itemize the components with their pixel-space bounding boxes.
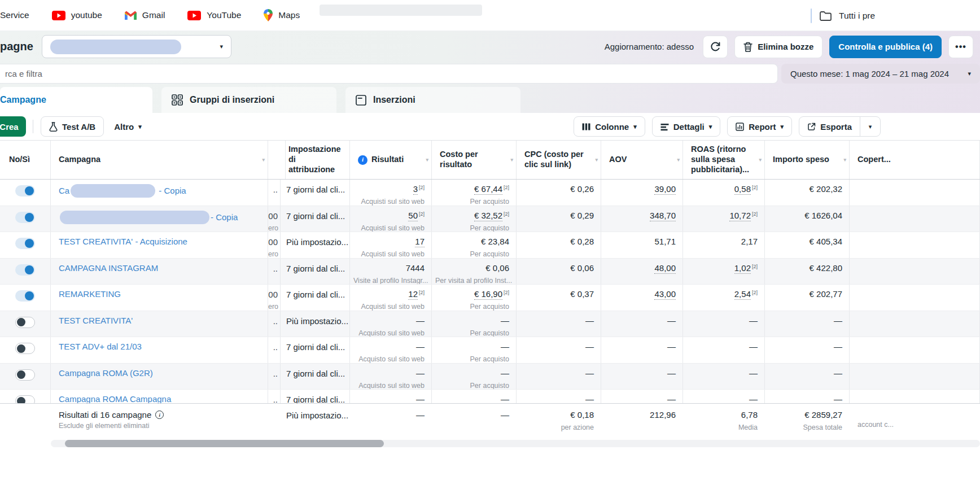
ad-account-selector[interactable]: ▾ — [42, 35, 231, 58]
create-button[interactable]: Crea — [0, 116, 26, 137]
roas-cell: 2,17 — [683, 232, 765, 258]
campaign-toggle[interactable] — [15, 369, 35, 381]
ads-frame-icon — [356, 95, 366, 106]
bookmark-maps[interactable]: Maps — [264, 9, 300, 21]
report-doc-icon — [736, 123, 744, 131]
spent-cell: — — [765, 311, 850, 337]
campaign-link[interactable]: Ca - Copia — [59, 186, 186, 195]
column-header-importo-speso[interactable]: Importo speso▾ — [765, 141, 850, 179]
all-bookmarks-button[interactable]: Tutti i pre — [820, 11, 875, 21]
export-options-button[interactable]: ▾ — [860, 117, 880, 136]
bookmark-service[interactable]: Service — [0, 10, 29, 20]
campaign-toggle[interactable] — [15, 264, 35, 276]
browser-bookmarks-bar: Service youtube Gmail YouTube Maps Tutti… — [0, 0, 980, 31]
toggle-cell — [0, 285, 51, 311]
summary-roas: 6,78Media — [683, 404, 765, 436]
date-range-picker[interactable]: Questo mese: 1 mag 2024 – 21 mag 2024 ▾ — [781, 64, 980, 84]
campaign-link[interactable]: TEST CREATIVITA' - Acquisizione — [59, 237, 187, 246]
tab-inserzioni[interactable]: Inserzioni — [345, 87, 520, 113]
column-header-cpc[interactable]: CPC (costo per clic sul link)▾ — [517, 141, 601, 179]
delete-drafts-label: Elimina bozze — [758, 42, 813, 51]
bookmark-label: Service — [0, 10, 29, 20]
tab-gruppi-di-inserzioni[interactable]: Gruppi di inserzioni — [161, 87, 336, 113]
more-actions-button[interactable]: Altro ▾ — [114, 122, 142, 132]
roas-cell: 0,58[2] — [683, 180, 765, 206]
column-header-risultati[interactable]: iRisultati▾ — [350, 141, 432, 179]
horizontal-scrollbar-thumb[interactable] — [65, 440, 384, 447]
report-label: Report — [749, 122, 776, 132]
cpc-cell: — — [517, 337, 601, 363]
campaign-toggle[interactable] — [15, 343, 35, 354]
table-row: TEST CREATIVITA'..Più impostazio...—Acqu… — [0, 311, 980, 338]
toggle-cell — [0, 259, 51, 285]
columns-button[interactable]: Colonne ▾ — [574, 116, 645, 137]
horizontal-scrollbar-track[interactable] — [51, 440, 980, 447]
sort-caret-icon: ▾ — [510, 157, 513, 163]
redacted-account-name — [50, 40, 181, 54]
create-label: Crea — [0, 122, 19, 132]
tab-campagne[interactable]: Campagne — [0, 87, 152, 113]
campaign-name-cell: TEST CREATIVITA' - Acquisizione — [51, 232, 268, 258]
table-row: CAMPAGNA INSTAGRAM..7 giorni dal cli...7… — [0, 259, 980, 285]
column-header-costo-per-risultato[interactable]: Costo per risultato▾ — [432, 141, 517, 179]
campaign-link[interactable]: TEST ADV+ dal 21/03 — [59, 342, 142, 351]
budget-cell: .. — [268, 180, 281, 206]
campaign-link[interactable]: REMARKETING — [59, 289, 121, 299]
report-button[interactable]: Report ▾ — [727, 116, 792, 137]
column-header-campagna[interactable]: Campagna▾ — [51, 141, 268, 179]
campaign-link[interactable]: Campagna ROMA (G2R) — [59, 368, 153, 378]
bookmark-gmail[interactable]: Gmail — [125, 10, 165, 20]
gmail-icon — [125, 11, 137, 20]
delete-drafts-button[interactable]: Elimina bozze — [734, 36, 823, 58]
page-title: pagne — [0, 40, 33, 53]
summary-toggle-cell — [0, 404, 51, 436]
summary-reach: account c... — [850, 404, 980, 436]
table-row: TEST CREATIVITA' - Acquisizione00eroPiù … — [0, 232, 980, 259]
footnote-marker: [2] — [504, 211, 509, 217]
refresh-button[interactable] — [703, 36, 728, 58]
campaign-link[interactable]: Campagna ROMA Campagna — [59, 394, 171, 404]
table-header: No/Sì Campagna▾ Impostazione di attribuz… — [0, 140, 980, 180]
campaign-toggle[interactable] — [15, 290, 35, 302]
search-filter-input[interactable]: rca e filtra — [0, 64, 778, 84]
more-options-button[interactable]: ••• — [948, 36, 973, 58]
filter-row: rca e filtra Questo mese: 1 mag 2024 – 2… — [0, 62, 980, 86]
campaign-link[interactable]: - Copia — [59, 212, 238, 222]
toggle-cell — [0, 311, 51, 337]
roas-cell: — — [683, 364, 765, 390]
campaign-toggle[interactable] — [15, 212, 35, 223]
aov-cell: 48,00 — [601, 259, 683, 285]
column-header-roas[interactable]: ROAS (ritorno sulla spesa pubblicitaria)… — [683, 141, 765, 179]
column-header-aov[interactable]: AOV▾ — [601, 141, 683, 179]
column-header-copertura[interactable]: Copert... — [850, 141, 980, 179]
campaign-toggle[interactable] — [15, 238, 35, 249]
bookmark-youtube-2[interactable]: YouTube — [187, 10, 241, 20]
bookmark-youtube[interactable]: youtube — [52, 10, 102, 20]
campaign-toggle[interactable] — [15, 317, 35, 328]
review-publish-label: Controlla e pubblica (4) — [838, 42, 933, 51]
attribution-cell: 7 giorni dal cli... — [281, 337, 350, 363]
all-bookmarks-label: Tutti i pre — [839, 11, 875, 21]
campaign-link[interactable]: CAMPAGNA INSTAGRAM — [59, 263, 158, 273]
campaign-link[interactable]: TEST CREATIVITA' — [59, 316, 133, 325]
budget-cell: .. — [268, 337, 281, 363]
cost-cell: € 0,06Per visita al profilo Inst... — [432, 259, 517, 285]
redacted-text — [71, 184, 155, 198]
bookmarks-divider — [811, 8, 812, 23]
ab-test-button[interactable]: Test A/B — [41, 116, 104, 137]
tab-label: Gruppi di inserzioni — [190, 95, 274, 105]
details-button[interactable]: Dettagli ▾ — [652, 116, 721, 137]
redacted-text — [60, 211, 209, 224]
toggle-cell — [0, 364, 51, 390]
toolbar-divider — [33, 120, 33, 133]
column-header-attribuzione[interactable]: Impostazione di attribuzione — [281, 141, 350, 179]
aov-cell: — — [601, 364, 683, 390]
export-split-button: Esporta ▾ — [799, 116, 881, 137]
spent-cell: — — [765, 337, 850, 363]
campaign-toggle[interactable] — [15, 185, 35, 197]
review-publish-button[interactable]: Controlla e pubblica (4) — [829, 36, 942, 58]
roas-cell: 10,72[2] — [683, 206, 765, 232]
chevron-down-icon: ▾ — [709, 124, 712, 130]
export-button[interactable]: Esporta — [799, 117, 860, 136]
attribution-cell: 7 giorni dal cli... — [281, 259, 350, 285]
